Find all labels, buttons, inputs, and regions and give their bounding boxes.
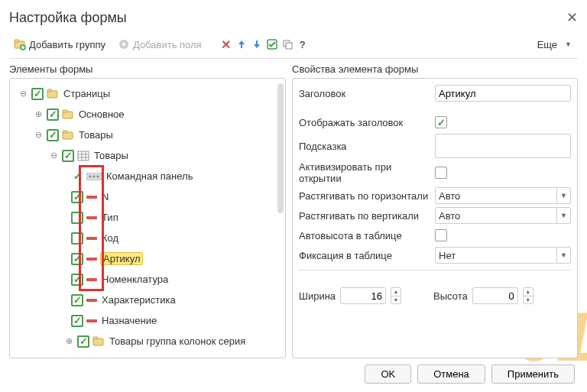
checkbox[interactable] [71, 294, 83, 306]
svg-point-21 [97, 175, 99, 177]
cancel-button[interactable]: Отмена [417, 364, 485, 384]
checkbox[interactable] [71, 253, 83, 265]
field-icon [86, 196, 97, 199]
tree-row-pages[interactable]: ⊖ Страницы [11, 83, 284, 104]
autoheight-checkbox[interactable] [435, 229, 447, 241]
checkbox[interactable] [71, 232, 83, 245]
more-button[interactable]: Еще ▼ [531, 37, 578, 52]
tree-row-type[interactable]: Тип [11, 207, 284, 228]
svg-rect-8 [47, 89, 52, 92]
chevron-down-icon[interactable]: ▼ [556, 248, 570, 263]
field-icon [86, 258, 97, 261]
stretch-h-select[interactable]: Авто ▼ [435, 187, 571, 204]
field-icon [86, 216, 97, 219]
tree-row-goods-table[interactable]: ⊖ Товары [11, 145, 284, 166]
svg-rect-1 [15, 40, 19, 42]
apply-button[interactable]: Применить [491, 364, 575, 384]
fixation-select[interactable]: Нет ▼ [435, 247, 571, 264]
svg-point-20 [93, 175, 96, 177]
field-icon [86, 299, 97, 302]
expander-icon[interactable]: ⊖ [18, 89, 28, 99]
svg-point-19 [89, 175, 92, 177]
stretch-v-select[interactable]: Авто ▼ [435, 207, 571, 224]
checkbox[interactable] [71, 274, 83, 286]
add-group-button[interactable]: Добавить группу [9, 37, 110, 52]
tree-row-main[interactable]: ⊕ Основное [11, 104, 284, 125]
add-fields-button[interactable]: Добавить поля [113, 37, 206, 52]
prop-autoheight-label: Автовысота в таблице [299, 230, 435, 241]
chevron-down-icon[interactable]: ▼ [556, 208, 570, 223]
close-icon[interactable]: ✕ [566, 9, 578, 26]
prop-show-header-label: Отображать заголовок [299, 117, 435, 128]
plus-circle-icon [118, 38, 130, 50]
field-icon [86, 319, 97, 322]
tree-row-goods[interactable]: ⊖ Товары [11, 125, 284, 145]
checkbox[interactable] [62, 150, 74, 162]
help-icon[interactable]: ? [297, 38, 309, 50]
form-elements-tree[interactable]: ⊖ Страницы ⊕ Основное ⊖ [10, 79, 285, 358]
table-icon [77, 151, 89, 161]
checkbox[interactable] [71, 191, 83, 203]
tree-row-goods-group[interactable]: ⊕ Товары группа колонок серия [11, 331, 284, 352]
activate-checkbox[interactable] [435, 167, 447, 179]
folder-icon [62, 109, 74, 120]
svg-rect-10 [63, 110, 67, 112]
prop-fixation-label: Фиксация в таблице [299, 250, 435, 261]
prop-header-label: Заголовок [299, 88, 435, 99]
tree-row-characteristic[interactable]: Характеристика [11, 290, 284, 310]
field-icon [86, 278, 97, 281]
checkbox[interactable] [71, 212, 83, 224]
checkbox[interactable] [47, 129, 59, 141]
chevron-down-icon[interactable]: ▼ [556, 188, 570, 203]
prop-hint-label: Подсказка [299, 141, 435, 152]
divider [299, 270, 571, 271]
check-all-icon[interactable] [266, 38, 278, 50]
prop-activate-label: Активизировать при открытии [299, 161, 435, 184]
folder-plus-icon [14, 38, 26, 50]
width-input[interactable] [340, 287, 386, 304]
field-icon [86, 237, 97, 240]
height-input[interactable] [472, 287, 518, 304]
chevron-down-icon: ▼ [565, 40, 572, 48]
checkbox[interactable] [77, 335, 89, 348]
svg-rect-13 [78, 151, 89, 160]
delete-icon[interactable]: ✕ [220, 38, 232, 50]
checkbox[interactable] [47, 109, 59, 121]
height-label: Высота [433, 290, 468, 302]
tree-row-n[interactable]: N [11, 186, 284, 207]
right-panel-title: Свойства элемента формы [292, 62, 578, 78]
expander-icon[interactable]: ⊖ [48, 151, 59, 161]
copy-icon[interactable] [281, 38, 294, 50]
checkbox[interactable] [31, 88, 44, 100]
prop-stretch-v-label: Растягивать по вертикали [299, 210, 435, 222]
svg-rect-6 [286, 43, 292, 49]
checkbox[interactable] [71, 315, 83, 327]
tree-row-cmd-panel[interactable]: Командная панель [11, 166, 284, 186]
tree-row-article[interactable]: Артикул [11, 248, 284, 269]
move-down-icon[interactable] [251, 38, 263, 50]
width-spinner[interactable]: ▲▼ [391, 287, 401, 304]
left-panel-title: Элементы формы [9, 62, 286, 78]
window-title: Настройка формы [9, 10, 127, 26]
tree-row-purpose[interactable]: Назначение [11, 310, 284, 331]
show-header-checkbox[interactable] [435, 116, 447, 128]
prop-stretch-h-label: Растягивать по горизонтали [299, 190, 435, 202]
folder-icon [92, 336, 105, 347]
folder-icon [62, 130, 74, 141]
expander-icon[interactable]: ⊕ [33, 109, 44, 120]
checkbox[interactable] [71, 170, 83, 183]
header-input[interactable] [435, 85, 571, 102]
command-panel-icon [86, 173, 102, 180]
move-up-icon[interactable] [235, 38, 248, 50]
width-label: Ширина [299, 290, 336, 302]
ok-button[interactable]: OK [365, 364, 411, 384]
folder-icon [47, 89, 59, 99]
scrollbar[interactable] [277, 83, 284, 213]
hint-input[interactable] [435, 134, 571, 158]
expander-icon[interactable]: ⊕ [63, 336, 74, 347]
height-spinner[interactable]: ▲▼ [523, 287, 533, 304]
tree-row-code[interactable]: Код [11, 228, 284, 248]
svg-rect-23 [93, 337, 98, 339]
tree-row-nomenclature[interactable]: Номенклатура [11, 269, 284, 290]
expander-icon[interactable]: ⊖ [33, 130, 44, 141]
